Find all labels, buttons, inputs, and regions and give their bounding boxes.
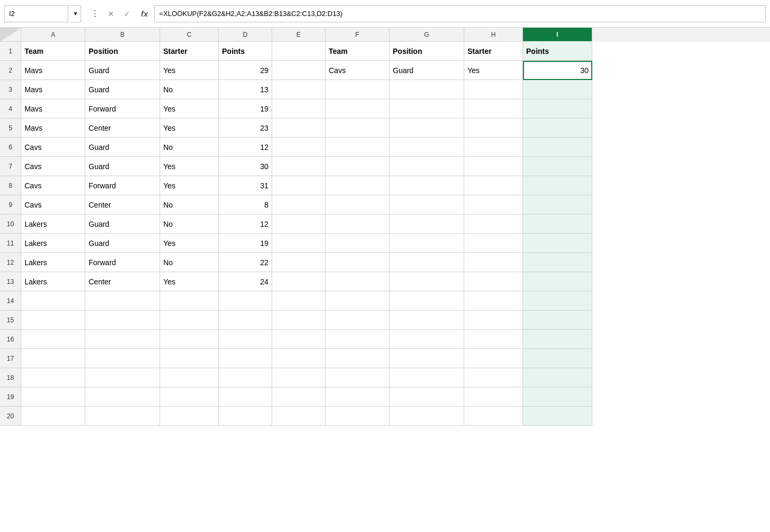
table-cell[interactable] (85, 330, 160, 349)
table-cell[interactable] (85, 349, 160, 368)
table-cell[interactable] (390, 118, 464, 138)
table-cell[interactable] (272, 138, 326, 157)
table-cell[interactable]: Mavs (21, 80, 85, 99)
table-cell[interactable] (85, 291, 160, 311)
col-header-H[interactable]: H (464, 28, 523, 42)
table-cell[interactable] (85, 407, 160, 426)
table-cell[interactable] (219, 407, 272, 426)
table-cell[interactable]: Starter (160, 42, 219, 61)
table-cell[interactable] (272, 80, 326, 99)
table-cell[interactable] (390, 138, 464, 157)
col-header-C[interactable]: C (160, 28, 219, 42)
table-cell[interactable] (390, 272, 464, 291)
table-cell[interactable] (523, 80, 592, 99)
table-cell[interactable] (464, 387, 523, 407)
table-cell[interactable] (523, 291, 592, 311)
table-cell[interactable] (523, 157, 592, 176)
table-cell[interactable] (523, 387, 592, 407)
table-cell[interactable]: 22 (219, 253, 272, 272)
table-cell[interactable] (326, 138, 390, 157)
table-cell[interactable] (21, 407, 85, 426)
table-cell[interactable] (326, 349, 390, 368)
table-cell[interactable] (85, 311, 160, 330)
table-cell[interactable] (326, 407, 390, 426)
col-header-G[interactable]: G (390, 28, 464, 42)
table-cell[interactable] (464, 349, 523, 368)
table-cell[interactable]: 29 (219, 61, 272, 80)
table-cell[interactable] (160, 349, 219, 368)
table-cell[interactable] (523, 253, 592, 272)
table-cell[interactable] (464, 195, 523, 215)
table-cell[interactable]: 24 (219, 272, 272, 291)
table-cell[interactable] (523, 330, 592, 349)
table-cell[interactable]: Points (219, 42, 272, 61)
table-cell[interactable] (464, 118, 523, 138)
table-cell[interactable] (464, 80, 523, 99)
table-cell[interactable] (326, 80, 390, 99)
table-cell[interactable] (523, 138, 592, 157)
table-cell[interactable] (523, 215, 592, 234)
table-cell[interactable] (85, 387, 160, 407)
table-cell[interactable]: Yes (160, 234, 219, 253)
confirm-icon[interactable]: ✓ (120, 6, 134, 21)
table-cell[interactable]: 12 (219, 215, 272, 234)
table-cell[interactable]: Center (85, 195, 160, 215)
table-cell[interactable] (272, 118, 326, 138)
table-cell[interactable] (390, 387, 464, 407)
table-cell[interactable] (390, 368, 464, 387)
table-cell[interactable] (272, 42, 326, 61)
table-cell[interactable] (390, 99, 464, 118)
table-cell[interactable]: Mavs (21, 99, 85, 118)
table-cell[interactable] (523, 234, 592, 253)
table-cell[interactable]: No (160, 138, 219, 157)
table-cell[interactable]: Mavs (21, 118, 85, 138)
table-cell[interactable] (464, 99, 523, 118)
table-cell[interactable] (21, 311, 85, 330)
table-cell[interactable] (219, 311, 272, 330)
table-cell[interactable] (272, 272, 326, 291)
table-cell[interactable] (464, 330, 523, 349)
table-cell[interactable] (21, 368, 85, 387)
table-cell[interactable] (464, 311, 523, 330)
table-cell[interactable]: Guard (390, 61, 464, 80)
table-cell[interactable]: Cavs (21, 138, 85, 157)
table-cell[interactable] (523, 349, 592, 368)
table-cell[interactable] (464, 176, 523, 195)
table-cell[interactable] (272, 330, 326, 349)
table-cell[interactable]: Cavs (326, 61, 390, 80)
table-cell[interactable]: Lakers (21, 234, 85, 253)
table-cell[interactable] (326, 387, 390, 407)
cell-ref-box[interactable]: I2 (4, 5, 68, 22)
table-cell[interactable] (523, 118, 592, 138)
table-cell[interactable] (272, 368, 326, 387)
table-cell[interactable] (326, 215, 390, 234)
table-cell[interactable] (219, 368, 272, 387)
table-cell[interactable]: Mavs (21, 61, 85, 80)
table-cell[interactable] (390, 407, 464, 426)
table-cell[interactable]: Guard (85, 61, 160, 80)
table-cell[interactable] (160, 368, 219, 387)
table-cell[interactable]: Position (390, 42, 464, 61)
table-cell[interactable] (464, 234, 523, 253)
table-cell[interactable] (390, 311, 464, 330)
table-cell[interactable] (523, 407, 592, 426)
table-cell[interactable] (21, 291, 85, 311)
table-cell[interactable]: Starter (464, 42, 523, 61)
table-cell[interactable] (326, 291, 390, 311)
formula-bar[interactable]: =XLOOKUP(F2&G2&H2,A2:A13&B2:B13&C2:C13,D… (154, 5, 766, 22)
table-cell[interactable]: No (160, 253, 219, 272)
table-cell[interactable]: Yes (464, 61, 523, 80)
table-cell[interactable]: Yes (160, 176, 219, 195)
cancel-icon[interactable]: ✕ (104, 6, 118, 21)
table-cell[interactable] (464, 215, 523, 234)
table-cell[interactable] (272, 407, 326, 426)
table-cell[interactable]: Lakers (21, 272, 85, 291)
table-cell[interactable] (326, 234, 390, 253)
table-cell[interactable]: Center (85, 118, 160, 138)
table-cell[interactable] (219, 349, 272, 368)
table-cell[interactable]: Guard (85, 215, 160, 234)
table-cell[interactable] (390, 195, 464, 215)
table-cell[interactable]: Forward (85, 253, 160, 272)
table-cell[interactable] (390, 234, 464, 253)
table-cell[interactable]: Yes (160, 272, 219, 291)
